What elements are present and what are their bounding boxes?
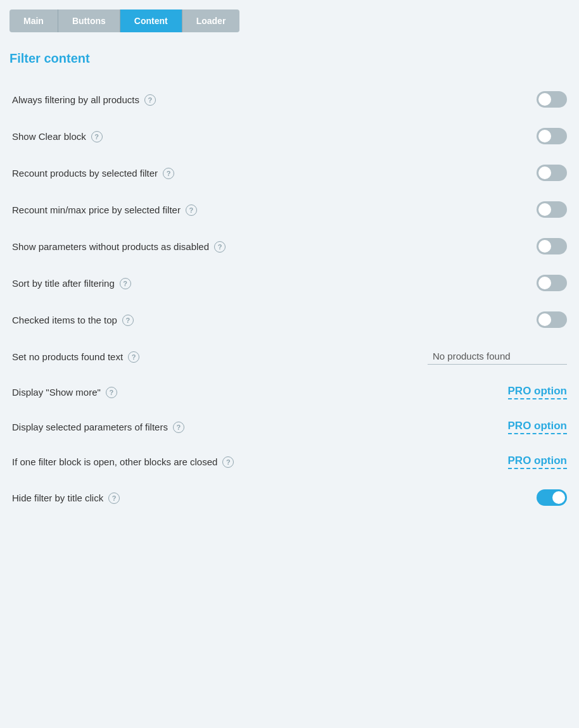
setting-control-hide-filter-title [415, 489, 567, 506]
setting-control-no-products-text [415, 348, 567, 365]
label-text-sort-title: Sort by title after filtering [12, 277, 115, 290]
setting-row-selected-params: Display selected parameters of filters?P… [10, 410, 569, 444]
setting-control-show-more: PRO option [415, 385, 567, 399]
setting-row-recount-products: Recount products by selected filter? [10, 154, 569, 191]
setting-row-one-filter-open: If one filter block is open, other block… [10, 444, 569, 479]
setting-row-show-more: Display "Show more"?PRO option [10, 375, 569, 410]
setting-label-no-products-text: Set no products found text? [12, 350, 139, 363]
toggle-slider-checked-items-top [537, 311, 567, 328]
setting-row-show-clear-block: Show Clear block? [10, 118, 569, 154]
settings-list: Always filtering by all products?Show Cl… [10, 81, 569, 516]
pro-option-show-more[interactable]: PRO option [508, 385, 567, 399]
label-text-selected-params: Display selected parameters of filters [12, 420, 168, 434]
help-icon-recount-minmax[interactable]: ? [186, 204, 197, 216]
setting-row-no-products-text: Set no products found text? [10, 338, 569, 375]
help-icon-show-clear-block[interactable]: ? [91, 131, 103, 142]
setting-control-one-filter-open: PRO option [415, 455, 567, 469]
tab-content[interactable]: Content [120, 9, 182, 32]
label-text-show-clear-block: Show Clear block [12, 130, 86, 143]
label-text-show-more: Display "Show more" [12, 386, 101, 399]
setting-label-show-params-disabled: Show parameters without products as disa… [12, 240, 226, 253]
pro-option-one-filter-open[interactable]: PRO option [508, 455, 567, 469]
help-icon-recount-products[interactable]: ? [163, 168, 174, 179]
setting-control-recount-products [415, 165, 567, 181]
toggle-hide-filter-title[interactable] [537, 489, 567, 506]
section-title: Filter content [10, 51, 569, 66]
setting-row-show-params-disabled: Show parameters without products as disa… [10, 228, 569, 265]
setting-label-show-more: Display "Show more"? [12, 386, 117, 399]
setting-control-recount-minmax [415, 201, 567, 218]
tab-bar: MainButtonsContentLoader [10, 9, 569, 32]
tab-buttons[interactable]: Buttons [58, 9, 120, 32]
help-icon-no-products-text[interactable]: ? [128, 351, 139, 363]
toggle-always-filtering[interactable] [537, 91, 567, 108]
help-icon-show-more[interactable]: ? [106, 387, 117, 398]
toggle-sort-title[interactable] [537, 275, 567, 291]
setting-row-hide-filter-title: Hide filter by title click? [10, 479, 569, 516]
toggle-slider-recount-minmax [537, 201, 567, 218]
text-input-no-products-text[interactable] [428, 348, 567, 365]
setting-label-selected-params: Display selected parameters of filters? [12, 420, 184, 434]
help-icon-always-filtering[interactable]: ? [144, 94, 156, 106]
setting-label-hide-filter-title: Hide filter by title click? [12, 491, 120, 505]
label-text-no-products-text: Set no products found text [12, 350, 123, 363]
setting-control-always-filtering [415, 91, 567, 108]
tab-main[interactable]: Main [10, 9, 58, 32]
help-icon-sort-title[interactable]: ? [120, 278, 131, 289]
setting-label-always-filtering: Always filtering by all products? [12, 93, 156, 106]
setting-control-checked-items-top [415, 311, 567, 328]
setting-control-selected-params: PRO option [415, 420, 567, 434]
toggle-slider-sort-title [537, 275, 567, 291]
setting-row-sort-title: Sort by title after filtering? [10, 265, 569, 301]
toggle-show-params-disabled[interactable] [537, 238, 567, 254]
label-text-checked-items-top: Checked items to the top [12, 313, 117, 327]
toggle-slider-show-clear-block [537, 128, 567, 144]
label-text-recount-products: Recount products by selected filter [12, 166, 158, 180]
setting-label-one-filter-open: If one filter block is open, other block… [12, 455, 234, 468]
label-text-recount-minmax: Recount min/max price by selected filter [12, 203, 181, 217]
toggle-slider-always-filtering [537, 91, 567, 108]
toggle-checked-items-top[interactable] [537, 311, 567, 328]
pro-option-selected-params[interactable]: PRO option [508, 420, 567, 434]
toggle-show-clear-block[interactable] [537, 128, 567, 144]
setting-label-sort-title: Sort by title after filtering? [12, 277, 131, 290]
setting-row-recount-minmax: Recount min/max price by selected filter… [10, 191, 569, 228]
toggle-slider-show-params-disabled [537, 238, 567, 254]
toggle-slider-hide-filter-title [537, 489, 567, 506]
help-icon-selected-params[interactable]: ? [173, 422, 184, 433]
setting-row-always-filtering: Always filtering by all products? [10, 81, 569, 118]
toggle-recount-minmax[interactable] [537, 201, 567, 218]
label-text-hide-filter-title: Hide filter by title click [12, 491, 103, 505]
setting-control-sort-title [415, 275, 567, 291]
setting-control-show-params-disabled [415, 238, 567, 254]
setting-row-checked-items-top: Checked items to the top? [10, 301, 569, 338]
help-icon-checked-items-top[interactable]: ? [122, 315, 134, 326]
label-text-one-filter-open: If one filter block is open, other block… [12, 455, 217, 468]
setting-control-show-clear-block [415, 128, 567, 144]
main-container: MainButtonsContentLoader Filter content … [10, 9, 569, 516]
label-text-always-filtering: Always filtering by all products [12, 93, 139, 106]
help-icon-hide-filter-title[interactable]: ? [108, 493, 120, 504]
toggle-recount-products[interactable] [537, 165, 567, 181]
setting-label-recount-minmax: Recount min/max price by selected filter… [12, 203, 197, 217]
setting-label-checked-items-top: Checked items to the top? [12, 313, 134, 327]
help-icon-one-filter-open[interactable]: ? [222, 456, 234, 468]
setting-label-show-clear-block: Show Clear block? [12, 130, 103, 143]
label-text-show-params-disabled: Show parameters without products as disa… [12, 240, 209, 253]
setting-label-recount-products: Recount products by selected filter? [12, 166, 174, 180]
toggle-slider-recount-products [537, 165, 567, 181]
help-icon-show-params-disabled[interactable]: ? [214, 241, 226, 253]
tab-loader[interactable]: Loader [182, 9, 240, 32]
